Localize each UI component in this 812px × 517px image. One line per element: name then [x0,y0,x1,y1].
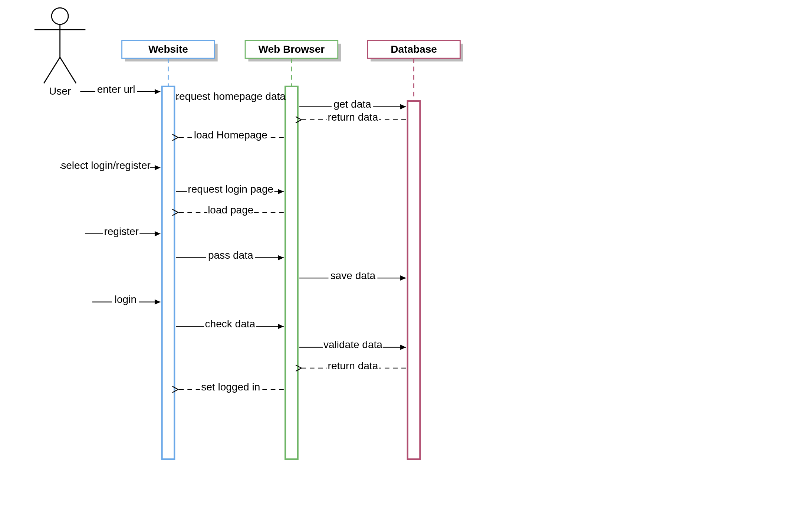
msg-request-homepage: request homepage data [176,91,286,102]
svg-text:check data: check data [205,318,256,330]
svg-line-4 [60,57,76,83]
svg-point-0 [52,8,68,24]
msg-request-login-page: request login page [176,183,283,195]
msg-return-data-2: return data [302,360,406,371]
svg-text:select login/register: select login/register [61,160,151,171]
actor-label: User [49,85,71,97]
svg-text:get data: get data [333,98,371,110]
msg-login: login [92,294,161,305]
svg-text:return data: return data [328,360,378,372]
msg-load-homepage: load Homepage [178,129,284,141]
svg-text:validate data: validate data [323,339,382,350]
msg-register: register [85,225,160,237]
svg-text:login: login [115,294,137,305]
msg-select-login-register: select login/register [60,159,161,171]
msg-enter-url: enter url [80,83,160,95]
svg-text:request homepage data: request homepage data [176,91,286,102]
svg-text:save data: save data [331,270,376,281]
lifeline-database-label: Database [391,43,437,55]
svg-text:register: register [104,226,139,237]
svg-text:enter url: enter url [97,84,135,95]
svg-text:request login page: request login page [188,183,273,195]
svg-text:pass data: pass data [208,249,253,261]
msg-save-data: save data [299,270,406,281]
lifeline-website-header: Website [122,40,218,61]
svg-line-3 [44,57,60,83]
msg-validate-data: validate data [299,339,406,350]
svg-text:set logged in: set logged in [201,381,260,393]
activation-database [408,101,420,459]
actor-user [34,8,85,83]
svg-text:load page: load page [208,204,253,216]
msg-return-data-1: return data [302,111,406,123]
lifeline-browser-header: Web Browser [245,40,341,61]
lifeline-website-label: Website [148,43,188,55]
msg-set-logged-in: set logged in [178,381,284,393]
svg-text:load Homepage: load Homepage [194,129,267,141]
msg-load-page: load page [178,204,284,216]
svg-text:return data: return data [328,111,378,123]
lifeline-database-header: Database [368,40,463,61]
msg-get-data: get data [299,98,406,110]
msg-pass-data: pass data [176,249,283,261]
sequence-diagram: User Website Web Browser Database enter … [0,0,812,517]
activation-browser [285,86,298,459]
msg-check-data: check data [176,318,283,330]
lifeline-browser-label: Web Browser [259,43,325,55]
activation-website [162,86,175,459]
